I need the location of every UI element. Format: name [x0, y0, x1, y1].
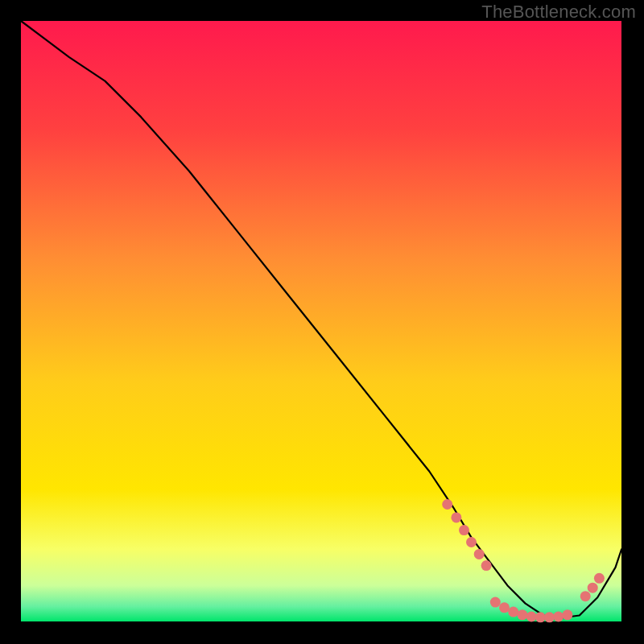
chart-frame: TheBottleneck.com — [0, 0, 644, 644]
data-marker — [517, 609, 527, 620]
data-marker — [526, 612, 537, 622]
data-marker — [481, 560, 492, 571]
data-marker — [451, 512, 461, 522]
data-marker — [553, 612, 564, 622]
data-marker — [562, 609, 572, 620]
data-marker — [544, 612, 555, 622]
data-marker — [442, 499, 452, 510]
data-marker — [490, 597, 501, 608]
data-marker — [459, 525, 469, 535]
data-marker — [594, 573, 605, 584]
chart-background-gradient — [21, 21, 621, 621]
bottleneck-chart — [0, 0, 644, 644]
data-marker — [535, 612, 546, 622]
data-marker — [499, 602, 510, 613]
data-marker — [466, 537, 477, 547]
data-marker — [474, 549, 485, 559]
data-marker — [508, 607, 518, 617]
data-marker — [588, 583, 598, 593]
data-marker — [580, 591, 591, 601]
